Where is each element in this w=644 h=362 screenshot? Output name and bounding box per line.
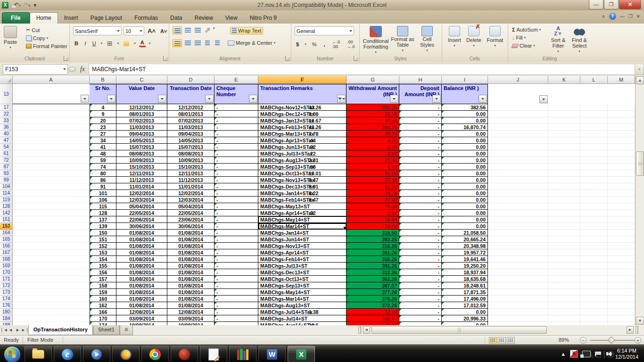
scroll-up-button[interactable]: ▲	[636, 76, 644, 84]
cell-K17[interactable]	[548, 104, 580, 111]
cell-C171[interactable]: 01/08/2014	[116, 276, 167, 282]
zoom-in-button[interactable]: +	[635, 337, 641, 344]
cell-G153[interactable]: 18.00	[347, 223, 399, 230]
row-header-167[interactable]: 167	[0, 249, 13, 256]
taskbar-windows-explorer[interactable]	[25, 346, 52, 362]
cell-H180[interactable]: -	[399, 309, 442, 315]
taskbar-internet-explorer[interactable]: e	[54, 346, 81, 362]
cell-B99[interactable]: 86	[90, 177, 116, 183]
cell-I36[interactable]: 16,870.74	[442, 124, 488, 131]
cell-L87[interactable]	[580, 164, 608, 170]
cell-A40[interactable]	[13, 131, 90, 137]
cell-F167[interactable]: MABChgs-Apr14+ST	[258, 249, 347, 256]
cell-H151[interactable]: -	[399, 216, 442, 223]
clipboard-dialog-launcher[interactable]: ◿	[64, 56, 68, 61]
cell-L22[interactable]	[580, 111, 608, 117]
cell-E119[interactable]: -	[215, 197, 258, 203]
cell-F17[interactable]: MABChgs-Nov12+STax43.26	[258, 104, 347, 111]
scroll-left-button[interactable]: ◄	[363, 326, 370, 334]
filter-header-E[interactable]: Cheque Number	[215, 84, 258, 104]
cell-C169[interactable]: 01/08/2014	[116, 263, 167, 269]
cell-L72[interactable]	[580, 157, 608, 164]
row-header-104[interactable]: 104	[0, 183, 13, 190]
cell-H164[interactable]: -	[399, 230, 442, 236]
row-header-22[interactable]: 22	[0, 111, 13, 117]
cell-H72[interactable]: -	[399, 157, 442, 164]
cell-G87[interactable]: 6.19	[347, 164, 399, 170]
cell-L40[interactable]	[580, 131, 608, 137]
tab-formulas[interactable]: Formulas	[128, 13, 164, 24]
cell-F119[interactable]: MABChgs-Feb14+STax8.47	[258, 197, 347, 203]
filter-cell-A[interactable]	[13, 84, 90, 104]
column-header-H[interactable]: H	[399, 76, 442, 84]
row-header-188[interactable]: 188	[0, 322, 13, 325]
filter-header-I[interactable]: Balance (INR )	[442, 84, 488, 104]
bold-button[interactable]: B	[73, 40, 80, 47]
cell-E61[interactable]: -	[215, 150, 258, 157]
cell-L33[interactable]	[580, 117, 608, 124]
cell-A176[interactable]	[13, 302, 90, 309]
cell-F170[interactable]: MABChgs-Dec13+ST	[258, 269, 347, 276]
row-header-119[interactable]: 119	[0, 197, 13, 203]
insert-function-button[interactable]: fx	[76, 66, 89, 73]
cell-H167[interactable]: -	[399, 249, 442, 256]
cell-B184[interactable]: 170	[90, 315, 116, 322]
filter-cell-L[interactable]	[580, 84, 608, 104]
orientation-button[interactable]: ⇗	[203, 26, 212, 33]
cell-E174[interactable]: -	[215, 296, 258, 302]
cell-E17[interactable]: -	[215, 104, 258, 111]
cell-B170[interactable]: 156	[90, 269, 116, 276]
cell-I104[interactable]: 0.00	[442, 183, 488, 190]
cell-B87[interactable]: 74	[90, 164, 116, 170]
alignment-dialog-launcher[interactable]: ◿	[285, 56, 290, 61]
filter-dropdown-J[interactable]	[539, 95, 548, 103]
cell-F61[interactable]: MABChgs-Jul13+STax.22	[258, 150, 347, 157]
cell-F188[interactable]: MABChgs-Aug14+STax10.6	[258, 322, 347, 325]
filter-dropdown-H[interactable]	[432, 95, 441, 103]
cell-D165[interactable]: 01/08/2014	[167, 236, 215, 243]
cell-I165[interactable]: 20,665.24	[442, 236, 488, 243]
cell-I61[interactable]: 0.00	[442, 150, 488, 157]
cell-I166[interactable]: 20,348.98	[442, 243, 488, 249]
cell-L170[interactable]	[580, 269, 608, 276]
cell-F104[interactable]: MABChgs-Dec13+STax8.91	[258, 183, 347, 190]
cell-A99[interactable]	[13, 177, 90, 183]
cell-G17[interactable]: 393.26	[347, 104, 399, 111]
cell-K36[interactable]	[548, 124, 580, 131]
cell-E33[interactable]: -	[215, 117, 258, 124]
filter-dropdown-filtered-F[interactable]	[337, 95, 346, 103]
cell-M119[interactable]	[608, 197, 635, 203]
cell-G128[interactable]: 76.00	[347, 203, 399, 210]
cell-D142[interactable]: 22/05/2014	[167, 210, 215, 216]
cell-J17[interactable]	[488, 104, 548, 111]
row-header-36[interactable]: 36	[0, 124, 13, 131]
cell-B166[interactable]: 152	[90, 243, 116, 249]
cell-E171[interactable]: -	[215, 276, 258, 282]
cell-I54[interactable]: 0.00	[442, 144, 488, 150]
cell-E93[interactable]: -	[215, 170, 258, 177]
cell-I99[interactable]: 0.00	[442, 177, 488, 183]
tab-nitro-pro[interactable]: Nitro Pro 9	[244, 13, 283, 24]
cell-H128[interactable]: -	[399, 203, 442, 210]
cell-L173[interactable]	[580, 289, 608, 296]
cell-M188[interactable]	[608, 322, 635, 325]
cell-C36[interactable]: 11/03/2013	[116, 124, 167, 131]
cell-B168[interactable]: 154	[90, 256, 116, 263]
cell-E22[interactable]: -	[215, 111, 258, 117]
cell-C99[interactable]: 11/12/2013	[116, 177, 167, 183]
cell-L119[interactable]	[580, 197, 608, 203]
cell-K184[interactable]	[548, 315, 580, 322]
cell-K114[interactable]	[548, 190, 580, 197]
percent-style-button[interactable]: %	[311, 41, 318, 48]
cell-A17[interactable]	[13, 104, 90, 111]
cell-H165[interactable]: -	[399, 236, 442, 243]
cell-J61[interactable]	[488, 150, 548, 157]
borders-button[interactable]: ⊞	[106, 39, 114, 48]
cell-I172[interactable]: 18,248.61	[442, 282, 488, 289]
cell-G114[interactable]: 74.76	[347, 190, 399, 197]
cell-A119[interactable]	[13, 197, 90, 203]
prev-sheet-button[interactable]: ◄	[7, 325, 14, 335]
cell-G104[interactable]: 81.00	[347, 183, 399, 190]
cell-D61[interactable]: 08/08/2013	[167, 150, 215, 157]
cell-E172[interactable]: -	[215, 282, 258, 289]
